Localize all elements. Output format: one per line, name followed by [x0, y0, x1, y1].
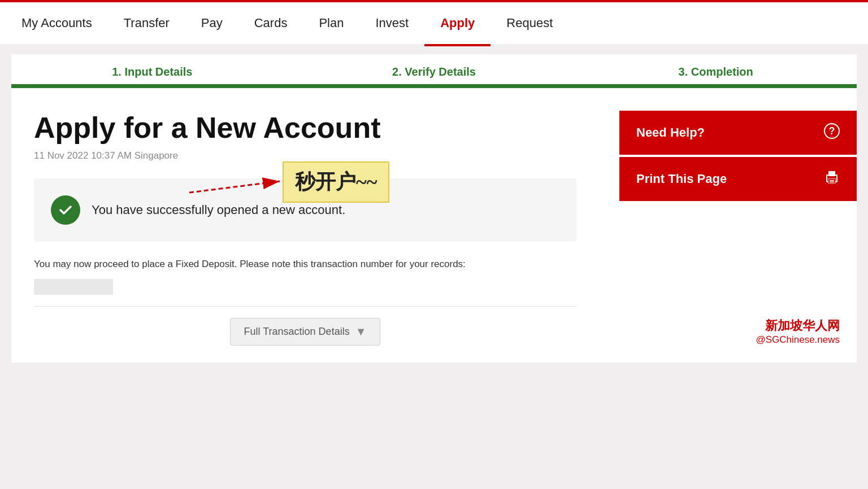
success-icon: [51, 195, 80, 225]
divider: [34, 306, 576, 307]
nav-my-accounts[interactable]: My Accounts: [6, 2, 108, 46]
nav-apply[interactable]: Apply: [424, 2, 491, 46]
help-icon: ?: [824, 123, 840, 142]
nav-plan[interactable]: Plan: [303, 2, 359, 46]
step-3: 3. Completion: [575, 66, 857, 84]
svg-rect-6: [830, 180, 834, 181]
expand-container: Full Transaction Details ▼: [34, 318, 576, 346]
nav-cards[interactable]: Cards: [238, 2, 303, 46]
stepper: 1. Input Details 2. Verify Details 3. Co…: [11, 54, 857, 84]
nav-request[interactable]: Request: [491, 2, 568, 46]
step-2: 2. Verify Details: [293, 66, 575, 84]
expand-label: Full Transaction Details: [244, 326, 350, 338]
step-bar-1: [11, 84, 293, 88]
need-help-label: Need Help?: [636, 125, 705, 140]
print-page-button[interactable]: Print This Page: [619, 157, 857, 201]
nav-transfer[interactable]: Transfer: [108, 2, 185, 46]
main-content: Need Help? ? Print This Page: [11, 88, 857, 363]
transaction-number: [34, 279, 113, 295]
svg-rect-7: [830, 182, 834, 183]
print-icon: [824, 169, 840, 189]
watermark: 新加坡华人网 @SGChinese.news: [756, 317, 840, 346]
step-1: 1. Input Details: [11, 66, 293, 84]
nav-pay[interactable]: Pay: [185, 2, 238, 46]
annotation-box: 秒开户~~: [283, 161, 389, 203]
top-navigation: My Accounts Transfer Pay Cards Plan Inve…: [0, 0, 868, 44]
full-transaction-details-button[interactable]: Full Transaction Details ▼: [230, 318, 381, 346]
annotation-arrow: [184, 164, 297, 209]
step-bar-3: [575, 84, 857, 88]
svg-text:?: ?: [829, 125, 835, 137]
svg-rect-3: [828, 171, 835, 176]
nav-invest[interactable]: Invest: [359, 2, 424, 46]
need-help-button[interactable]: Need Help? ?: [619, 111, 857, 155]
transaction-note: You may now proceed to place a Fixed Dep…: [34, 259, 576, 270]
side-buttons: Need Help? ? Print This Page: [619, 111, 857, 203]
step-bar-row: [11, 84, 857, 88]
watermark-line2: @SGChinese.news: [756, 334, 840, 346]
print-page-label: Print This Page: [636, 172, 727, 186]
chevron-down-icon: ▼: [355, 325, 367, 338]
step-bar-2: [293, 84, 575, 88]
svg-line-9: [189, 181, 280, 193]
stepper-container: 1. Input Details 2. Verify Details 3. Co…: [11, 54, 857, 88]
watermark-line1: 新加坡华人网: [756, 317, 840, 334]
